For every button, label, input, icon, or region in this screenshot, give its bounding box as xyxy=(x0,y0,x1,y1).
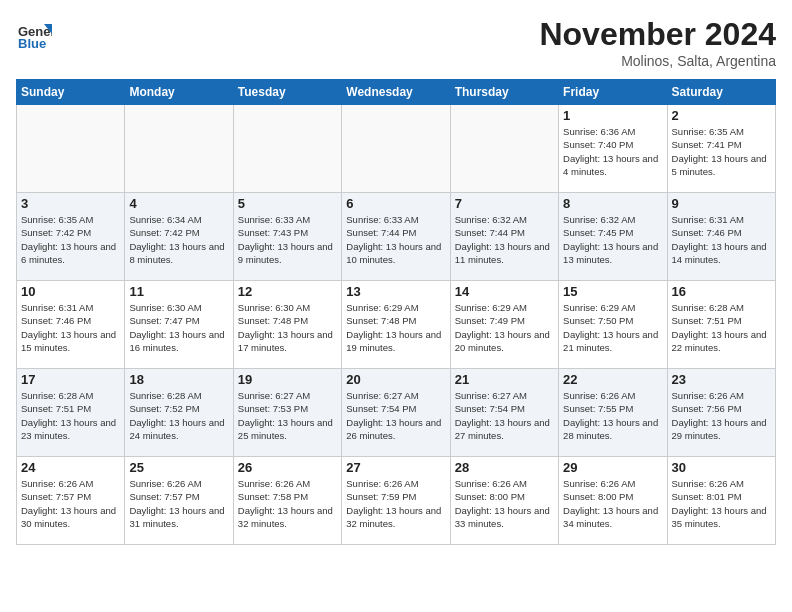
calendar-body: 1Sunrise: 6:36 AM Sunset: 7:40 PM Daylig… xyxy=(17,105,776,545)
calendar-week-5: 24Sunrise: 6:26 AM Sunset: 7:57 PM Dayli… xyxy=(17,457,776,545)
day-number: 22 xyxy=(563,372,662,387)
day-info: Sunrise: 6:32 AM Sunset: 7:44 PM Dayligh… xyxy=(455,213,554,266)
day-info: Sunrise: 6:29 AM Sunset: 7:48 PM Dayligh… xyxy=(346,301,445,354)
calendar-cell: 16Sunrise: 6:28 AM Sunset: 7:51 PM Dayli… xyxy=(667,281,775,369)
day-info: Sunrise: 6:35 AM Sunset: 7:41 PM Dayligh… xyxy=(672,125,771,178)
day-number: 6 xyxy=(346,196,445,211)
day-number: 23 xyxy=(672,372,771,387)
calendar-cell: 5Sunrise: 6:33 AM Sunset: 7:43 PM Daylig… xyxy=(233,193,341,281)
day-info: Sunrise: 6:26 AM Sunset: 7:56 PM Dayligh… xyxy=(672,389,771,442)
day-number: 17 xyxy=(21,372,120,387)
calendar-cell: 15Sunrise: 6:29 AM Sunset: 7:50 PM Dayli… xyxy=(559,281,667,369)
calendar-cell: 25Sunrise: 6:26 AM Sunset: 7:57 PM Dayli… xyxy=(125,457,233,545)
day-info: Sunrise: 6:26 AM Sunset: 7:55 PM Dayligh… xyxy=(563,389,662,442)
weekday-sunday: Sunday xyxy=(17,80,125,105)
day-number: 29 xyxy=(563,460,662,475)
day-info: Sunrise: 6:36 AM Sunset: 7:40 PM Dayligh… xyxy=(563,125,662,178)
weekday-thursday: Thursday xyxy=(450,80,558,105)
calendar-week-3: 10Sunrise: 6:31 AM Sunset: 7:46 PM Dayli… xyxy=(17,281,776,369)
calendar-cell: 2Sunrise: 6:35 AM Sunset: 7:41 PM Daylig… xyxy=(667,105,775,193)
calendar-table: SundayMondayTuesdayWednesdayThursdayFrid… xyxy=(16,79,776,545)
day-info: Sunrise: 6:31 AM Sunset: 7:46 PM Dayligh… xyxy=(672,213,771,266)
day-info: Sunrise: 6:34 AM Sunset: 7:42 PM Dayligh… xyxy=(129,213,228,266)
logo-icon: General Blue xyxy=(16,16,52,52)
calendar-cell: 22Sunrise: 6:26 AM Sunset: 7:55 PM Dayli… xyxy=(559,369,667,457)
calendar-cell: 13Sunrise: 6:29 AM Sunset: 7:48 PM Dayli… xyxy=(342,281,450,369)
day-number: 13 xyxy=(346,284,445,299)
calendar-cell: 24Sunrise: 6:26 AM Sunset: 7:57 PM Dayli… xyxy=(17,457,125,545)
calendar-cell: 18Sunrise: 6:28 AM Sunset: 7:52 PM Dayli… xyxy=(125,369,233,457)
svg-text:Blue: Blue xyxy=(18,36,46,51)
calendar-cell: 19Sunrise: 6:27 AM Sunset: 7:53 PM Dayli… xyxy=(233,369,341,457)
page-header: General Blue November 2024 Molinos, Salt… xyxy=(16,16,776,69)
calendar-cell: 12Sunrise: 6:30 AM Sunset: 7:48 PM Dayli… xyxy=(233,281,341,369)
day-number: 26 xyxy=(238,460,337,475)
calendar-week-2: 3Sunrise: 6:35 AM Sunset: 7:42 PM Daylig… xyxy=(17,193,776,281)
calendar-cell xyxy=(342,105,450,193)
calendar-cell: 20Sunrise: 6:27 AM Sunset: 7:54 PM Dayli… xyxy=(342,369,450,457)
day-number: 21 xyxy=(455,372,554,387)
weekday-tuesday: Tuesday xyxy=(233,80,341,105)
day-info: Sunrise: 6:32 AM Sunset: 7:45 PM Dayligh… xyxy=(563,213,662,266)
calendar-cell: 17Sunrise: 6:28 AM Sunset: 7:51 PM Dayli… xyxy=(17,369,125,457)
day-number: 25 xyxy=(129,460,228,475)
day-number: 5 xyxy=(238,196,337,211)
weekday-saturday: Saturday xyxy=(667,80,775,105)
day-number: 18 xyxy=(129,372,228,387)
day-number: 11 xyxy=(129,284,228,299)
calendar-cell: 11Sunrise: 6:30 AM Sunset: 7:47 PM Dayli… xyxy=(125,281,233,369)
calendar-week-4: 17Sunrise: 6:28 AM Sunset: 7:51 PM Dayli… xyxy=(17,369,776,457)
calendar-cell: 30Sunrise: 6:26 AM Sunset: 8:01 PM Dayli… xyxy=(667,457,775,545)
day-number: 2 xyxy=(672,108,771,123)
day-info: Sunrise: 6:30 AM Sunset: 7:48 PM Dayligh… xyxy=(238,301,337,354)
calendar-cell: 29Sunrise: 6:26 AM Sunset: 8:00 PM Dayli… xyxy=(559,457,667,545)
day-number: 9 xyxy=(672,196,771,211)
calendar-cell: 23Sunrise: 6:26 AM Sunset: 7:56 PM Dayli… xyxy=(667,369,775,457)
weekday-monday: Monday xyxy=(125,80,233,105)
calendar-cell xyxy=(17,105,125,193)
day-info: Sunrise: 6:27 AM Sunset: 7:54 PM Dayligh… xyxy=(346,389,445,442)
day-info: Sunrise: 6:26 AM Sunset: 7:58 PM Dayligh… xyxy=(238,477,337,530)
day-number: 30 xyxy=(672,460,771,475)
calendar-week-1: 1Sunrise: 6:36 AM Sunset: 7:40 PM Daylig… xyxy=(17,105,776,193)
day-info: Sunrise: 6:29 AM Sunset: 7:49 PM Dayligh… xyxy=(455,301,554,354)
day-number: 3 xyxy=(21,196,120,211)
day-number: 20 xyxy=(346,372,445,387)
calendar-cell: 27Sunrise: 6:26 AM Sunset: 7:59 PM Dayli… xyxy=(342,457,450,545)
day-info: Sunrise: 6:26 AM Sunset: 7:57 PM Dayligh… xyxy=(21,477,120,530)
day-info: Sunrise: 6:26 AM Sunset: 8:01 PM Dayligh… xyxy=(672,477,771,530)
calendar-cell: 6Sunrise: 6:33 AM Sunset: 7:44 PM Daylig… xyxy=(342,193,450,281)
day-info: Sunrise: 6:27 AM Sunset: 7:54 PM Dayligh… xyxy=(455,389,554,442)
day-info: Sunrise: 6:33 AM Sunset: 7:43 PM Dayligh… xyxy=(238,213,337,266)
calendar-cell: 28Sunrise: 6:26 AM Sunset: 8:00 PM Dayli… xyxy=(450,457,558,545)
weekday-friday: Friday xyxy=(559,80,667,105)
day-info: Sunrise: 6:29 AM Sunset: 7:50 PM Dayligh… xyxy=(563,301,662,354)
calendar-cell: 4Sunrise: 6:34 AM Sunset: 7:42 PM Daylig… xyxy=(125,193,233,281)
day-number: 28 xyxy=(455,460,554,475)
calendar-cell xyxy=(233,105,341,193)
weekday-header-row: SundayMondayTuesdayWednesdayThursdayFrid… xyxy=(17,80,776,105)
calendar-cell: 7Sunrise: 6:32 AM Sunset: 7:44 PM Daylig… xyxy=(450,193,558,281)
day-info: Sunrise: 6:33 AM Sunset: 7:44 PM Dayligh… xyxy=(346,213,445,266)
calendar-cell xyxy=(450,105,558,193)
day-number: 8 xyxy=(563,196,662,211)
month-title: November 2024 xyxy=(539,16,776,53)
calendar-cell xyxy=(125,105,233,193)
day-info: Sunrise: 6:30 AM Sunset: 7:47 PM Dayligh… xyxy=(129,301,228,354)
day-info: Sunrise: 6:27 AM Sunset: 7:53 PM Dayligh… xyxy=(238,389,337,442)
calendar-cell: 26Sunrise: 6:26 AM Sunset: 7:58 PM Dayli… xyxy=(233,457,341,545)
day-info: Sunrise: 6:26 AM Sunset: 8:00 PM Dayligh… xyxy=(563,477,662,530)
day-number: 12 xyxy=(238,284,337,299)
calendar-cell: 9Sunrise: 6:31 AM Sunset: 7:46 PM Daylig… xyxy=(667,193,775,281)
day-info: Sunrise: 6:26 AM Sunset: 7:59 PM Dayligh… xyxy=(346,477,445,530)
day-number: 1 xyxy=(563,108,662,123)
calendar-cell: 14Sunrise: 6:29 AM Sunset: 7:49 PM Dayli… xyxy=(450,281,558,369)
day-number: 16 xyxy=(672,284,771,299)
calendar-cell: 8Sunrise: 6:32 AM Sunset: 7:45 PM Daylig… xyxy=(559,193,667,281)
calendar-cell: 3Sunrise: 6:35 AM Sunset: 7:42 PM Daylig… xyxy=(17,193,125,281)
day-number: 7 xyxy=(455,196,554,211)
weekday-wednesday: Wednesday xyxy=(342,80,450,105)
location-subtitle: Molinos, Salta, Argentina xyxy=(539,53,776,69)
calendar-cell: 1Sunrise: 6:36 AM Sunset: 7:40 PM Daylig… xyxy=(559,105,667,193)
day-number: 15 xyxy=(563,284,662,299)
